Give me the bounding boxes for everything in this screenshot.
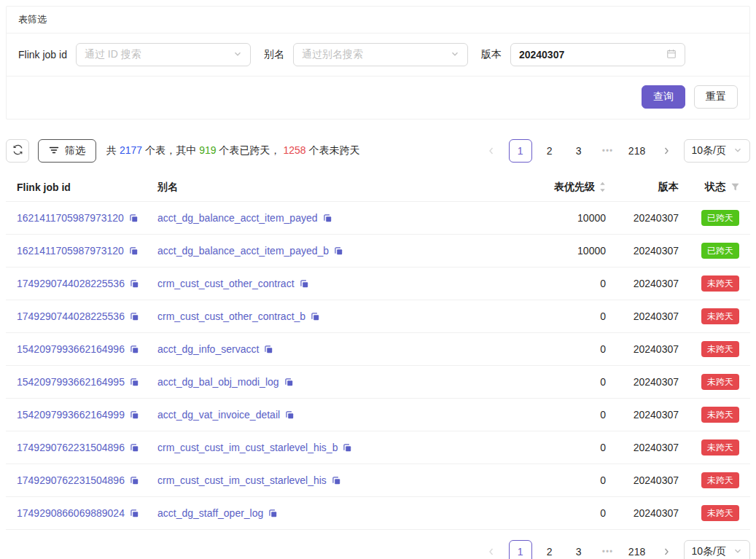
sort-carets-icon[interactable] (599, 181, 606, 193)
page-button-1[interactable]: 1 (509, 139, 532, 163)
status-badge: 已跨天 (701, 210, 739, 226)
page-button-3[interactable]: 3 (567, 540, 591, 559)
version-value: 20240307 (634, 442, 679, 453)
cell-alias: acct_dg_staff_oper_log (152, 507, 502, 519)
filter-lines-icon (49, 145, 59, 157)
copy-icon[interactable] (130, 345, 139, 354)
priority-value: 0 (600, 409, 606, 421)
chevron-down-icon (233, 49, 242, 60)
copy-icon[interactable] (343, 443, 352, 453)
alias-link[interactable]: crm_cust_cust_other_contract_b (157, 310, 305, 322)
status-badge: 未跨天 (701, 308, 739, 324)
cell-version: 20240307 (612, 310, 685, 322)
flink-job-id-link[interactable]: 1749290744028225536 (17, 310, 125, 322)
flink-job-id-link[interactable]: 1749290762231504896 (17, 474, 125, 486)
copy-icon[interactable] (130, 476, 139, 485)
copy-icon[interactable] (334, 246, 343, 256)
flink-job-id-link[interactable]: 1621411705987973120 (17, 245, 124, 257)
flink-job-id-link[interactable]: 1542097993662164999 (17, 409, 125, 421)
prev-page-button[interactable] (480, 540, 503, 559)
search-button[interactable]: 查询 (642, 85, 685, 109)
copy-icon[interactable] (130, 443, 139, 453)
results-table: Flink job id 别名 表优先级 版本 状态 1621411705987… (6, 173, 750, 530)
cell-status: 已跨天 (685, 243, 750, 259)
alias-link[interactable]: acct_dg_balance_acct_item_payed_b (157, 245, 329, 257)
status-badge: 已跨天 (701, 243, 739, 259)
copy-icon[interactable] (268, 509, 278, 518)
cell-status: 未跨天 (685, 472, 750, 488)
cell-alias: acct_dg_bal_obj_modi_log (152, 376, 502, 388)
alias-link[interactable]: acct_dg_balance_acct_item_payed (157, 212, 318, 224)
flink-job-id-link[interactable]: 1621411705987973120 (17, 212, 124, 224)
next-page-button[interactable] (655, 540, 678, 559)
copy-icon[interactable] (130, 410, 139, 420)
cell-flink-job-id: 1749290762231504896 (6, 474, 152, 486)
page-size-select[interactable]: 10条/页 (684, 139, 750, 163)
copy-icon[interactable] (130, 312, 139, 321)
filter-button[interactable]: 筛选 (38, 139, 96, 163)
cell-flink-job-id: 1621411705987973120 (6, 212, 152, 224)
flink-job-id-link[interactable]: 1749290744028225536 (17, 278, 125, 289)
col-flink-job-id: Flink job id (6, 181, 152, 193)
copy-icon[interactable] (129, 246, 139, 256)
cell-flink-job-id: 1749290866069889024 (6, 507, 152, 519)
flink-job-id-link[interactable]: 1542097993662164995 (17, 376, 125, 388)
flink-job-id-link[interactable]: 1749290762231504896 (17, 442, 125, 453)
cell-version: 20240307 (612, 442, 685, 453)
page-button-last[interactable]: 218 (626, 540, 649, 559)
next-page-button[interactable] (655, 139, 678, 163)
refresh-icon (12, 144, 23, 157)
prev-page-button[interactable] (480, 139, 503, 163)
copy-icon[interactable] (285, 410, 295, 420)
alias-link[interactable]: crm_cust_cust_other_contract (157, 278, 295, 289)
pagination-top: 1 2 3 ••• 218 10条/页 (480, 139, 750, 163)
page-button-1[interactable]: 1 (509, 540, 532, 559)
copy-icon[interactable] (130, 378, 139, 387)
page-button-last[interactable]: 218 (626, 139, 649, 163)
copy-icon[interactable] (130, 279, 139, 289)
copy-icon[interactable] (284, 378, 294, 387)
alias-link[interactable]: acct_dg_info_servacct (157, 343, 259, 355)
page-ellipsis[interactable]: ••• (596, 139, 620, 163)
reset-button[interactable]: 重置 (694, 85, 738, 109)
copy-icon[interactable] (130, 509, 139, 518)
copy-icon[interactable] (311, 312, 320, 321)
alias-link[interactable]: acct_dg_staff_oper_log (157, 507, 263, 519)
table-row: 1621411705987973120 acct_dg_balance_acct… (6, 235, 750, 267)
version-date-input[interactable]: 20240307 (510, 43, 685, 66)
filter-actions-row: 查询 重置 (7, 77, 749, 119)
col-priority[interactable]: 表优先级 (502, 181, 612, 194)
chevron-down-icon (733, 145, 742, 157)
cell-alias: acct_dg_balance_acct_item_payed_b (152, 245, 502, 257)
flink-job-id-placeholder: 通过 ID 搜索 (85, 48, 141, 61)
alias-link[interactable]: acct_dg_vat_invoice_detail (157, 409, 280, 421)
cell-alias: acct_dg_vat_invoice_detail (152, 409, 502, 421)
filter-funnel-icon[interactable] (731, 183, 739, 191)
cell-priority: 10000 (502, 212, 612, 224)
col-priority-label: 表优先级 (554, 181, 595, 194)
flink-job-id-link[interactable]: 1749290866069889024 (17, 507, 125, 519)
flink-job-id-select[interactable]: 通过 ID 搜索 (76, 43, 251, 66)
alias-link[interactable]: acct_dg_bal_obj_modi_log (157, 376, 279, 388)
page-button-2[interactable]: 2 (538, 139, 561, 163)
alias-select[interactable]: 通过别名搜索 (293, 43, 468, 66)
page-size-select[interactable]: 10条/页 (684, 540, 750, 559)
copy-icon[interactable] (332, 476, 341, 485)
page-ellipsis[interactable]: ••• (596, 540, 620, 559)
status-badge: 未跨天 (701, 341, 739, 357)
refresh-button[interactable] (6, 139, 29, 163)
copy-icon[interactable] (300, 279, 309, 289)
col-status[interactable]: 状态 (685, 181, 750, 194)
alias-link[interactable]: crm_cust_cust_im_cust_starlevel_his (157, 474, 327, 486)
version-date-value: 20240307 (519, 49, 564, 60)
copy-icon[interactable] (264, 345, 273, 354)
page-button-3[interactable]: 3 (567, 139, 591, 163)
copy-icon[interactable] (129, 214, 139, 223)
page-button-2[interactable]: 2 (538, 540, 561, 559)
alias-link[interactable]: crm_cust_cust_im_cust_starlevel_his_b (157, 442, 338, 453)
flink-job-id-link[interactable]: 1542097993662164996 (17, 343, 125, 355)
copy-icon[interactable] (323, 214, 332, 223)
cell-alias: acct_dg_balance_acct_item_payed (152, 212, 502, 224)
cell-alias: acct_dg_info_servacct (152, 343, 502, 355)
version-value: 20240307 (634, 278, 679, 289)
